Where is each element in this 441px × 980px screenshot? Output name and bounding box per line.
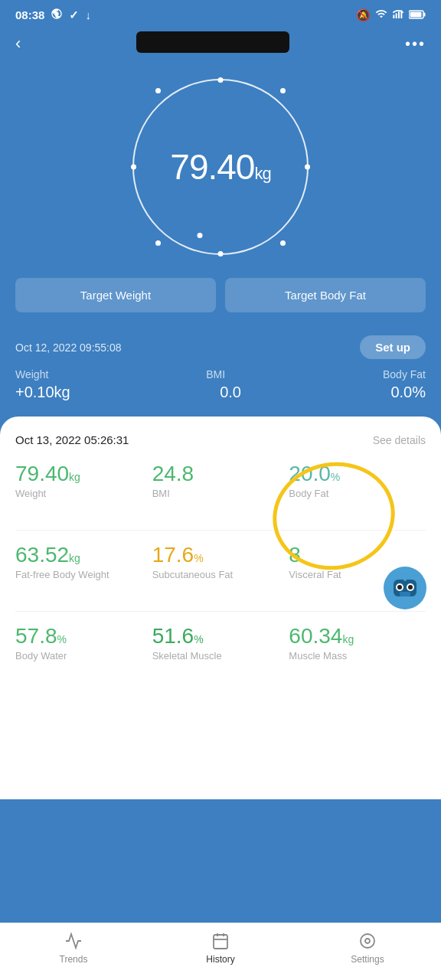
stat-skeletal-value: 51.6% (152, 624, 204, 648)
stat-body-water: 57.8% Body Water (15, 624, 152, 674)
svg-rect-3 (398, 11, 400, 18)
svg-rect-7 (410, 12, 422, 18)
stat-fat-free-value: 63.52kg (15, 543, 80, 567)
body-fat-label: Body Fat (383, 368, 426, 381)
history-icon (211, 931, 230, 951)
stats-grid-row2: 63.52kg Fat-free Body Weight 17.6% Subcu… (15, 543, 426, 593)
svg-rect-4 (400, 10, 402, 18)
header-title-area (21, 31, 405, 56)
bmi-label: BMI (206, 368, 225, 381)
circle-dot (218, 251, 224, 256)
stat-body-fat-value: 20.0% (289, 462, 340, 486)
stats-grid-row3: 57.8% Body Water 51.6% Skeletal Muscle 6… (15, 624, 426, 674)
svg-rect-18 (214, 935, 227, 949)
stat-subcutaneous-label: Subcutaneous Fat (152, 569, 234, 580)
stat-bmi: 24.8 BMI (152, 462, 289, 511)
card-header: Oct 13, 2022 05:26:31 See details (15, 433, 426, 446)
bmi-value: 0.0 (220, 384, 241, 401)
stat-visceral-value: 8 (289, 543, 301, 567)
trends-label: Trends (60, 954, 88, 965)
divider1 (15, 530, 426, 531)
circle-dot (218, 77, 224, 83)
app-header: ‹ ••• (0, 27, 441, 64)
connectivity-icon (51, 8, 63, 22)
back-button[interactable]: ‹ (15, 34, 21, 54)
stat-bmi-value: 24.8 (152, 462, 194, 486)
svg-point-12 (397, 585, 402, 590)
svg-point-28 (361, 934, 374, 948)
stat-muscle-mass: 60.34kg Muscle Mass (289, 624, 426, 674)
stat-fat-free-label: Fat-free Body Weight (15, 569, 109, 580)
stat-visceral-label: Visceral Fat (289, 569, 341, 580)
target-body-fat-button[interactable]: Target Body Fat (225, 278, 426, 312)
meas-header: Oct 12, 2022 09:55:08 Set up (15, 335, 426, 359)
check-icon: ✓ (69, 8, 79, 22)
stat-weight: 79.40kg Weight (15, 462, 152, 511)
status-left: 08:38 ✓ ↓ (15, 8, 91, 22)
weight-change-value: +0.10kg (15, 384, 70, 401)
stat-subcutaneous-value: 17.6% (152, 543, 204, 567)
circle-dot (131, 165, 136, 170)
weight-label: Weight (15, 368, 48, 381)
measurement-date: Oct 12, 2022 09:55:08 (15, 341, 122, 354)
battery-icon (409, 8, 426, 21)
circle-dot (280, 88, 286, 93)
target-weight-button[interactable]: Target Weight (15, 278, 216, 312)
card-date: Oct 13, 2022 05:26:31 (15, 433, 129, 446)
stat-subcutaneous-fat: 17.6% Subcutaneous Fat (152, 543, 289, 593)
nav-settings[interactable]: Settings (294, 931, 441, 965)
history-label: History (206, 954, 234, 965)
stat-skeletal-label: Skeletal Muscle (152, 650, 222, 662)
detail-card: Oct 13, 2022 05:26:31 See details 79.40k… (0, 416, 441, 799)
stat-body-fat-label: Body Fat (289, 488, 328, 499)
stat-weight-value: 79.40kg (15, 462, 80, 486)
svg-point-27 (365, 939, 370, 943)
stat-body-water-label: Body Water (15, 650, 67, 662)
trends-icon (64, 931, 83, 951)
bell-mute-icon: 🔕 (356, 8, 371, 22)
stat-body-fat: 20.0% Body Fat (289, 462, 426, 511)
circle-dot (155, 240, 161, 246)
stat-bmi-label: BMI (152, 488, 170, 499)
stat-muscle-label: Muscle Mass (289, 650, 347, 662)
body-fat-value: 0.0% (390, 384, 426, 401)
see-details-link[interactable]: See details (373, 434, 426, 446)
status-bar: 08:38 ✓ ↓ 🔕 (0, 0, 441, 27)
settings-label: Settings (351, 954, 384, 965)
stat-body-water-value: 57.8% (15, 624, 67, 648)
weight-circle-container: 79.40kg (0, 64, 441, 278)
wifi-icon (375, 8, 387, 22)
svg-rect-1 (393, 15, 394, 18)
svg-point-17 (403, 573, 407, 578)
stat-weight-label: Weight (15, 488, 46, 499)
svg-rect-6 (424, 13, 426, 17)
svg-rect-2 (396, 13, 397, 18)
meas-labels: Weight BMI Body Fat (15, 368, 426, 381)
stat-fat-free-weight: 63.52kg Fat-free Body Weight (15, 543, 152, 593)
circle-dot (197, 233, 202, 238)
robot-mascot (383, 566, 427, 610)
stat-skeletal-muscle: 51.6% Skeletal Muscle (152, 624, 289, 674)
stat-muscle-value: 60.34kg (289, 624, 354, 648)
header-title-redacted (136, 31, 289, 53)
more-options-button[interactable]: ••• (405, 35, 426, 53)
divider2 (15, 611, 426, 612)
svg-point-13 (408, 585, 413, 590)
time-display: 08:38 (15, 8, 44, 21)
meas-values: +0.10kg 0.0 0.0% (15, 384, 426, 401)
svg-rect-15 (400, 592, 410, 596)
status-right: 🔕 (356, 8, 426, 22)
circle-dot (155, 88, 161, 93)
bottom-navigation: Trends History Settings (0, 923, 441, 980)
target-buttons-row: Target Weight Target Body Fat (0, 278, 441, 325)
circle-dot (280, 240, 286, 246)
nav-trends[interactable]: Trends (0, 931, 147, 965)
nav-history[interactable]: History (147, 931, 294, 965)
weight-value: 79.40kg (170, 146, 270, 188)
download-icon: ↓ (85, 8, 91, 21)
settings-icon (358, 931, 377, 951)
circle-dot (305, 165, 310, 170)
weight-circle: 79.40kg (132, 79, 309, 255)
signal-icon (392, 8, 404, 22)
setup-button[interactable]: Set up (360, 335, 426, 359)
